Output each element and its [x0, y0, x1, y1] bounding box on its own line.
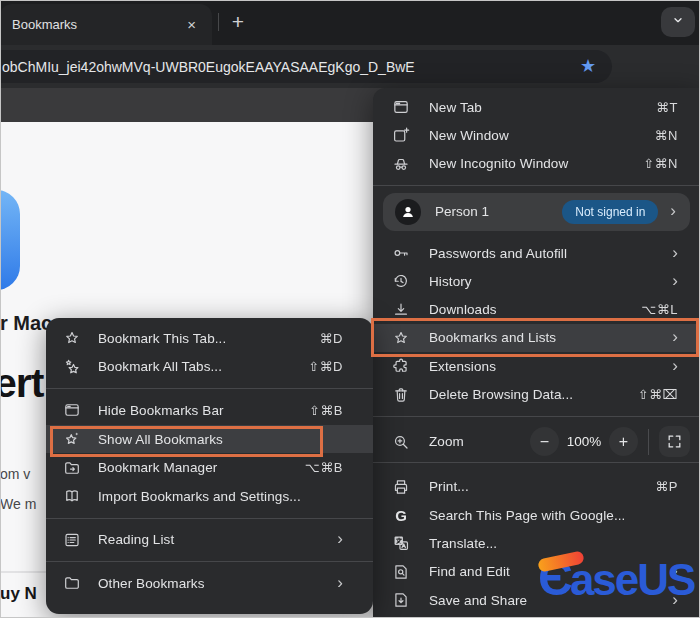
page-text-fragment: We m [0, 496, 36, 512]
menu-item-label: Extensions [429, 359, 496, 374]
tab-bookmarks[interactable]: Bookmarks × [0, 4, 212, 45]
history-icon [373, 272, 429, 290]
menu-item-zoom: Zoom−100%+ [373, 424, 700, 460]
menu-item-bookmark-this-tab[interactable]: Bookmark This Tab...⌘D [46, 324, 373, 353]
menu-item-bookmark-manager[interactable]: Bookmark Manager⌥⌘B [46, 453, 373, 482]
zoom-in-button[interactable]: + [609, 427, 638, 456]
address-bar[interactable]: obChMIu_jei42ohwMVq-UWBR0EugokEAAYASAAEg… [0, 50, 612, 83]
new-tab-button[interactable]: + [224, 8, 252, 36]
menu-item-label: Downloads [429, 302, 497, 317]
find-icon [373, 563, 429, 581]
apple-app-icon [0, 190, 20, 290]
stars-icon [46, 358, 98, 376]
trash-icon [373, 386, 429, 404]
menu-item-label: Bookmarks and Lists [429, 330, 556, 345]
tab-bar: Bookmarks × + [0, 0, 700, 45]
menu-item-new-incognito-window[interactable]: New Incognito Window⇧⌘N [373, 150, 700, 178]
chevron-right-icon: › [672, 244, 678, 263]
menu-divider [46, 518, 373, 519]
incognito-icon [373, 155, 429, 173]
save-share-icon [373, 591, 429, 609]
shortcut-label: ⌘N [655, 128, 678, 143]
menu-item-label: Find and Edit [429, 564, 510, 579]
shortcut-label: ⌥⌘L [641, 302, 678, 317]
puzzle-icon [373, 357, 429, 375]
close-icon[interactable]: × [183, 15, 200, 34]
book-icon [46, 487, 98, 505]
apple-logo-icon [0, 206, 3, 274]
tab-search-button[interactable] [661, 7, 695, 37]
menu-item-print[interactable]: Print...⌘P [373, 473, 700, 501]
menu-item-label: Show All Bookmarks [98, 432, 223, 447]
menu-divider [373, 416, 700, 417]
menu-item-import-bookmarks-and-settings[interactable]: Import Bookmarks and Settings... [46, 482, 373, 511]
page-text-fragment: r Mac [0, 312, 52, 335]
tab-title: Bookmarks [12, 17, 77, 32]
menu-item-label: Passwords and Autofill [429, 246, 567, 261]
new-tab-icon [373, 98, 429, 116]
menu-item-downloads[interactable]: Downloads⌥⌘L [373, 295, 700, 323]
tab-separator [218, 13, 219, 31]
printer-icon [373, 478, 429, 496]
folder-icon [46, 574, 98, 592]
menu-item-new-tab[interactable]: New Tab⌘T [373, 93, 700, 121]
page-button-fragment: uy N [0, 584, 37, 604]
menu-item-search-this-page-with-google[interactable]: GSearch This Page with Google... [373, 501, 700, 529]
menu-divider [373, 462, 700, 463]
menu-item-bookmarks-and-lists[interactable]: Bookmarks and Lists› [373, 324, 700, 352]
menu-item-label: Bookmark Manager [98, 460, 217, 475]
star-icon [46, 329, 98, 347]
chevron-right-icon: › [337, 574, 343, 593]
menu-item-profile[interactable]: Person 1Not signed in› [383, 193, 690, 231]
person-icon [395, 199, 421, 225]
menu-item-label: History [429, 274, 472, 289]
menu-item-reading-list[interactable]: Reading List› [46, 526, 373, 555]
star-sparkle-icon [46, 430, 98, 448]
menu-item-label: Save and Share [429, 593, 527, 608]
url-text: obChMIu_jei42ohwMVq-UWBR0EugokEAAYASAAEg… [2, 59, 415, 75]
shortcut-label: ⇧⌘⌧ [638, 387, 678, 402]
menu-item-label: Bookmark All Tabs... [98, 359, 222, 374]
menu-item-other-bookmarks[interactable]: Other Bookmarks› [46, 569, 373, 598]
reading-list-icon [46, 531, 98, 549]
zoom-value: 100% [559, 434, 609, 449]
vertical-separator [648, 429, 649, 455]
bookmark-star-icon[interactable]: ★ [580, 55, 596, 78]
browser-window: Bookmarks × + obChMIu_jei42ohwMVq-UWBR0E… [0, 0, 700, 618]
shortcut-label: ⌥⌘B [305, 460, 343, 475]
shortcut-label: ⇧⌘B [309, 403, 343, 418]
toolbar: obChMIu_jei42ohwMVq-UWBR0EugokEAAYASAAEg… [0, 45, 700, 88]
chevron-right-icon: › [672, 328, 678, 347]
menu-item-bookmark-all-tabs[interactable]: Bookmark All Tabs...⇧⌘D [46, 353, 373, 382]
menu-divider [46, 561, 373, 562]
menu-item-label: Other Bookmarks [98, 576, 205, 591]
menu-item-label: Translate... [429, 536, 497, 551]
menu-item-label: Import Bookmarks and Settings... [98, 489, 301, 504]
menu-item-new-window[interactable]: New Window⌘N [373, 121, 700, 149]
menu-item-label: Print... [429, 479, 469, 494]
menu-item-history[interactable]: History› [373, 267, 700, 295]
chevron-right-icon: › [670, 202, 676, 221]
menu-item-label: New Incognito Window [429, 156, 568, 171]
menu-divider [373, 185, 700, 186]
menu-item-extensions[interactable]: Extensions› [373, 352, 700, 380]
menu-item-show-all-bookmarks[interactable]: Show All Bookmarks [46, 425, 373, 454]
download-icon [373, 301, 429, 319]
menu-item-passwords-and-autofill[interactable]: Passwords and Autofill› [373, 239, 700, 267]
zoom-label: Zoom [429, 434, 464, 449]
shortcut-label: ⌘T [656, 100, 678, 115]
signin-status-badge: Not signed in [562, 200, 658, 224]
page-text-fragment: om v [0, 466, 30, 482]
google-g-icon: G [373, 507, 429, 524]
menu-item-label: Search This Page with Google... [429, 508, 625, 523]
star-icon [373, 329, 429, 347]
menu-item-hide-bookmarks-bar[interactable]: Hide Bookmarks Bar⇧⌘B [46, 396, 373, 425]
zoom-out-button[interactable]: − [530, 427, 559, 456]
folder-arrow-icon [46, 459, 98, 477]
fullscreen-button[interactable] [659, 426, 690, 457]
chevron-right-icon: › [672, 357, 678, 376]
menu-item-delete-browsing-data[interactable]: Delete Browsing Data...⇧⌘⌧ [373, 380, 700, 408]
chevron-right-icon: › [337, 530, 343, 549]
menu-item-label: New Tab [429, 100, 482, 115]
magnifier-plus-icon [373, 433, 429, 451]
